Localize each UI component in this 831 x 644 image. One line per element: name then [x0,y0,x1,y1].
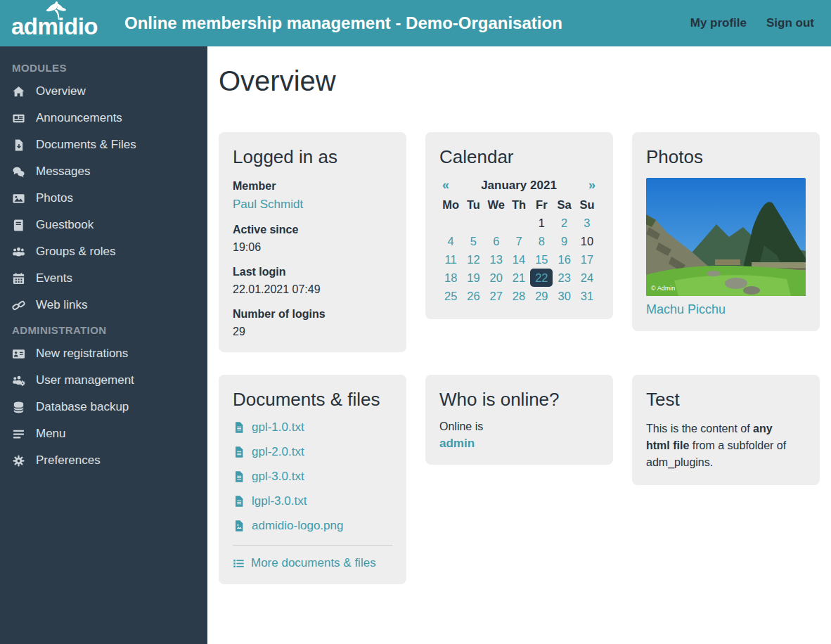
sidebar-item-label: Messages [36,165,90,179]
field-label-active-since: Active since [233,224,392,236]
sidebar-item-label: Web links [36,298,87,312]
calendar-day[interactable]: 19 [462,269,484,287]
users-icon [12,245,25,259]
sidebar-item-user-management[interactable]: User management [0,367,207,394]
field-label-last-login: Last login [233,266,392,278]
sidebar-item-label: Photos [36,191,73,205]
member-name-link[interactable]: Paul Schmidt [233,198,303,211]
calendar-icon [12,272,25,285]
calendar-weekday-header: Sa [553,195,575,214]
calendar-day[interactable]: 26 [462,287,484,305]
database-icon [12,401,25,414]
header-nav: My profile Sign out [690,16,814,30]
admidio-logo[interactable]: admidio [11,9,98,38]
sidebar-item-label: Preferences [36,453,101,468]
calendar-empty-cell [508,214,530,232]
calendar-day[interactable]: 14 [508,250,530,269]
card-logged-in-as: Logged in as Member Paul Schmidt Active … [219,132,406,352]
gear-icon [12,454,25,468]
calendar-widget: « January 2021 » MoTuWeThFrSaSu123456789… [439,178,599,305]
calendar-day[interactable]: 11 [439,250,462,269]
file-text-icon [233,495,245,508]
photo-thumbnail[interactable]: © Admin [646,178,806,296]
calendar-day[interactable]: 21 [508,269,530,287]
calendar-weekday-header: Fr [530,195,553,214]
calendar-day-selected[interactable]: 22 [530,269,553,287]
sidebar-item-photos[interactable]: Photos [0,185,207,212]
test-plugin-text: This is the content of any html file fro… [646,420,794,471]
newspaper-icon [12,112,25,125]
sidebar-section-heading: ADMINISTRATION [0,318,207,340]
calendar-day[interactable]: 13 [485,250,508,269]
calendar-day[interactable]: 16 [553,250,575,269]
file-text-icon [233,470,245,483]
calendar-prev-button[interactable]: « [442,178,449,193]
file-link[interactable]: admidio-logo.png [233,519,392,533]
calendar-day[interactable]: 2 [553,214,575,232]
calendar-day[interactable]: 24 [576,269,598,287]
calendar-day[interactable]: 7 [508,232,530,250]
sidebar-item-documents-files[interactable]: Documents & Files [0,131,207,158]
file-link[interactable]: gpl-3.0.txt [233,470,392,484]
calendar-day[interactable]: 28 [508,287,530,305]
calendar-day[interactable]: 29 [530,287,553,305]
calendar-day[interactable]: 4 [439,232,462,250]
calendar-day[interactable]: 25 [439,287,462,305]
sidebar-item-database-backup[interactable]: Database backup [0,394,207,420]
sidebar-item-guestbook[interactable]: Guestbook [0,212,207,238]
file-name: gpl-3.0.txt [252,470,304,484]
calendar-day[interactable]: 23 [553,269,575,287]
calendar-day[interactable]: 12 [462,250,484,269]
file-name: lgpl-3.0.txt [252,494,307,508]
sidebar-item-label: Overview [36,84,86,98]
calendar-day[interactable]: 9 [553,232,575,250]
calendar-day[interactable]: 31 [576,287,598,305]
sidebar-item-label: Announcements [36,111,122,125]
photo-watermark: © Admin [651,285,675,292]
address-card-icon [12,347,25,361]
file-list: gpl-1.0.txt gpl-2.0.txt gpl-3.0.txt lgpl… [233,420,392,533]
calendar-day[interactable]: 30 [553,287,575,305]
online-is-label: Online is [439,420,599,433]
online-user-link[interactable]: admin [439,437,599,451]
sidebar-item-messages[interactable]: Messages [0,158,207,185]
sidebar-item-new-registrations[interactable]: New registrations [0,340,207,367]
book-icon [12,219,25,232]
sign-out-link[interactable]: Sign out [766,16,814,30]
palm-tree-icon [42,1,73,20]
card-title: Test [646,389,806,411]
main-content: Overview Logged in as Member Paul Schmid… [207,46,831,644]
calendar-day[interactable]: 5 [462,232,484,250]
card-title: Documents & files [233,389,392,411]
sidebar-item-announcements[interactable]: Announcements [0,105,207,131]
calendar-day[interactable]: 27 [485,287,508,305]
calendar-day[interactable]: 15 [530,250,553,269]
field-label-number-of-logins: Number of logins [233,308,392,321]
sidebar-item-events[interactable]: Events [0,265,207,292]
more-documents-link[interactable]: More documents & files [233,556,392,570]
calendar-day[interactable]: 3 [576,214,598,232]
photo-caption-link[interactable]: Machu Picchu [646,302,806,317]
sidebar-item-menu[interactable]: Menu [0,420,207,447]
card-title: Photos [646,146,806,168]
card-documents-files: Documents & files gpl-1.0.txt gpl-2.0.tx… [219,375,406,584]
calendar-day[interactable]: 20 [485,269,508,287]
comments-icon [12,165,25,179]
sidebar-item-label: Menu [36,427,66,441]
calendar-day[interactable]: 8 [530,232,553,250]
my-profile-link[interactable]: My profile [690,16,747,30]
calendar-day[interactable]: 18 [439,269,462,287]
file-link[interactable]: lgpl-3.0.txt [233,494,392,508]
app-title: Online membership management - Demo-Orga… [124,13,690,33]
sidebar-item-groups-roles[interactable]: Groups & roles [0,238,207,265]
file-link[interactable]: gpl-2.0.txt [233,445,392,459]
calendar-next-button[interactable]: » [588,178,595,193]
calendar-day[interactable]: 6 [485,232,508,250]
sidebar-item-web-links[interactable]: Web links [0,292,207,318]
file-link[interactable]: gpl-1.0.txt [233,420,392,434]
calendar-day[interactable]: 17 [576,250,598,269]
sidebar-item-overview[interactable]: Overview [0,78,207,105]
app-header: admidio Online membership management - D… [0,0,831,46]
file-image-icon [233,520,245,532]
sidebar-item-preferences[interactable]: Preferences [0,447,207,474]
